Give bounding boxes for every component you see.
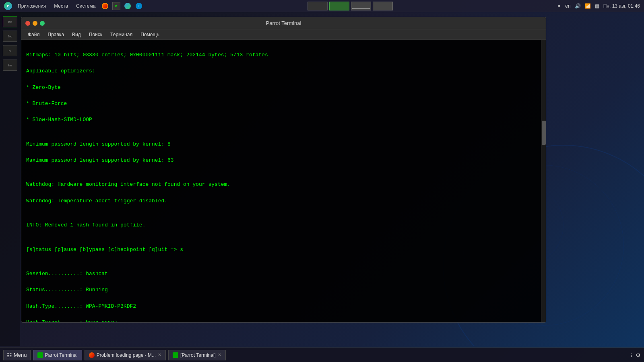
system-topbar: P Приложения Места Система ▶ ✈ bbox=[0, 0, 644, 12]
menu-view[interactable]: Вид bbox=[69, 31, 84, 38]
terminal-icon[interactable]: ▶ bbox=[112, 2, 120, 10]
menu-file[interactable]: Файл bbox=[25, 31, 43, 38]
taskbar-btn-3[interactable] bbox=[351, 2, 371, 10]
line-optimizers: Applicable optimizers: bbox=[26, 67, 541, 75]
left-thumb-4[interactable]: he bbox=[3, 60, 17, 71]
taskbar-menu-label: Menu bbox=[14, 352, 27, 358]
menu-search[interactable]: Поиск bbox=[86, 31, 105, 38]
left-thumb-2[interactable]: No bbox=[3, 31, 17, 42]
topbar-left: P Приложения Места Система ▶ ✈ bbox=[4, 2, 143, 10]
left-thumb-1[interactable]: he bbox=[3, 16, 17, 27]
terminal-window-title: Parrot Terminal bbox=[266, 20, 301, 26]
language-indicator: en bbox=[565, 3, 570, 9]
terminal-output: Bitmaps: 10 bits; 03330 entries; 0x00000… bbox=[26, 43, 541, 322]
taskbar-browser-icon bbox=[89, 352, 95, 358]
datetime-display: Пн, 13 авг, 01:46 bbox=[603, 3, 640, 9]
battery-icon: ▤ bbox=[595, 3, 599, 9]
volume-icon: 🔊 bbox=[575, 3, 581, 9]
terminal-menubar: Файл Правка Вид Поиск Терминал Помощь bbox=[21, 29, 546, 40]
desktop: P Приложения Места Система ▶ ✈ bbox=[0, 0, 644, 362]
systray-settings-icon[interactable]: ⚙ bbox=[636, 352, 641, 358]
taskbar-btn-1[interactable] bbox=[308, 2, 328, 10]
parrot-icon2[interactable] bbox=[124, 2, 132, 10]
topbar-center-buttons bbox=[308, 2, 393, 10]
terminal-content-area[interactable]: Bitmaps: 10 bits; 03330 entries; 0x00000… bbox=[21, 40, 546, 322]
taskbar-app-close-3[interactable]: ✕ bbox=[218, 352, 221, 358]
line-hash-target: Hash.Target......: hash_crack bbox=[26, 319, 541, 322]
left-thumb-3[interactable]: h: bbox=[3, 45, 17, 56]
taskbar-app-label-2: Problem loading page - M... bbox=[97, 352, 156, 358]
taskbar-btn-2[interactable] bbox=[329, 2, 349, 10]
taskbar-app-close-2[interactable]: ✕ bbox=[158, 352, 161, 358]
topbar-menu-system[interactable]: Система bbox=[74, 2, 98, 10]
taskbar-app-terminal2[interactable]: [Parrot Terminal] ✕ bbox=[168, 350, 226, 360]
telegram-icon[interactable]: ✈ bbox=[135, 2, 143, 10]
terminal-window: Parrot Terminal Файл Правка Вид Поиск Те… bbox=[21, 17, 546, 323]
terminal-scrollbar[interactable] bbox=[541, 40, 546, 322]
menu-help[interactable]: Помощь bbox=[137, 31, 162, 38]
window-close-button[interactable] bbox=[25, 21, 30, 26]
left-sidebar: he No h: he bbox=[0, 12, 20, 346]
taskbar-menu-button[interactable]: ☷ Menu bbox=[3, 350, 31, 360]
left-thumb-wrapper: h: bbox=[3, 45, 17, 56]
bluetooth-icon: ⚭ bbox=[557, 3, 561, 9]
topbar-right: ⚭ en 🔊 📶 ▤ Пн, 13 авг, 01:46 bbox=[557, 3, 640, 9]
menu-terminal[interactable]: Терминал bbox=[107, 31, 136, 38]
line-info: INFO: Removed 1 hash found in potfile. bbox=[26, 221, 541, 229]
line-watchdog2: Watchdog: Temperature abort trigger disa… bbox=[26, 197, 541, 205]
menu-edit[interactable]: Правка bbox=[45, 31, 68, 38]
taskbar-app-label-3: [Parrot Terminal] bbox=[180, 352, 216, 358]
window-controls bbox=[25, 21, 45, 26]
parrot-logo-icon: P bbox=[4, 2, 12, 10]
taskbar-app-browser[interactable]: Problem loading page - M... ✕ bbox=[85, 350, 166, 360]
line-prompt1: [s]tatus [p]ause [b]ypass [c]heckpoint [… bbox=[26, 246, 541, 254]
line-opt3: * Slow-Hash-SIMD-LOOP bbox=[26, 116, 541, 124]
window-maximize-button[interactable] bbox=[40, 21, 45, 26]
systray-grid-icon[interactable]: ⁝ bbox=[631, 352, 632, 358]
line-max-pass: Maximum password length supported by ker… bbox=[26, 156, 541, 165]
line-opt2: * Brute-Force bbox=[26, 100, 541, 108]
taskbar-terminal-icon bbox=[37, 352, 43, 358]
scrollbar-thumb[interactable] bbox=[542, 121, 546, 145]
line-session: Session..........: hashcat bbox=[26, 270, 541, 278]
topbar-menu-applications[interactable]: Приложения bbox=[15, 2, 48, 10]
line-watchdog1: Watchdog: Hardware monitoring interface … bbox=[26, 181, 541, 189]
topbar-menu-places[interactable]: Места bbox=[52, 2, 70, 10]
network-icon: 📶 bbox=[585, 3, 591, 9]
line-bitmaps: Bitmaps: 10 bits; 03330 entries; 0x00000… bbox=[26, 51, 541, 59]
line-opt1: * Zero-Byte bbox=[26, 84, 541, 92]
line-status: Status...........: Running bbox=[26, 286, 541, 294]
terminal-titlebar: Parrot Terminal bbox=[21, 17, 546, 29]
taskbar-terminal2-icon bbox=[173, 352, 178, 358]
line-min-pass: Minimum password length supported by ker… bbox=[26, 140, 541, 148]
line-hash-type: Hash.Type........: WPA-PMKID-PBKDF2 bbox=[26, 302, 541, 311]
window-minimize-button[interactable] bbox=[33, 21, 37, 26]
taskbar-systray: ⁝ ⚙ bbox=[631, 352, 641, 358]
firefox-icon[interactable] bbox=[101, 2, 109, 10]
taskbar-btn-4[interactable] bbox=[373, 2, 393, 10]
taskbar-app-label-1: Parrot Terminal bbox=[45, 352, 78, 358]
taskbar: ☷ Menu Parrot Terminal Problem loading p… bbox=[0, 348, 644, 362]
taskbar-app-parrot-terminal[interactable]: Parrot Terminal bbox=[33, 350, 82, 360]
